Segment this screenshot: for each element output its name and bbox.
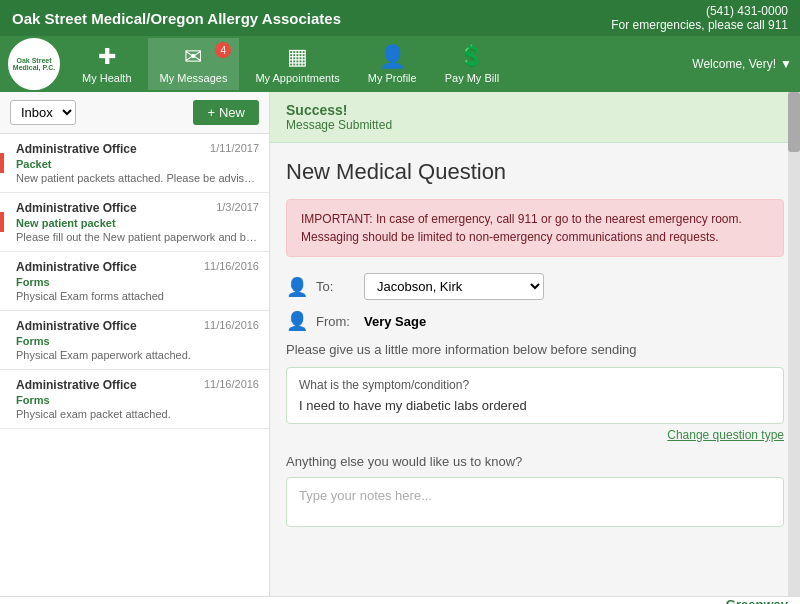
list-item[interactable]: Administrative Office 11/16/2016 Forms P…	[0, 311, 269, 370]
phone-number: (541) 431-0000	[611, 4, 788, 18]
message-subject: New patient packet	[16, 217, 259, 229]
message-date: 11/16/2016	[204, 260, 259, 274]
message-date: 1/11/2017	[210, 142, 259, 156]
header-top: Oak Street Medical/Oregon Allergy Associ…	[0, 0, 800, 36]
inbox-select[interactable]: Inbox	[10, 100, 76, 125]
to-label: To:	[316, 279, 356, 294]
question-label: What is the symptom/condition?	[299, 378, 771, 392]
list-item[interactable]: Administrative Office 11/16/2016 Forms P…	[0, 252, 269, 311]
logo: Oak Street Medical, P.C.	[8, 38, 60, 90]
nav-my-profile[interactable]: 👤 My Profile	[356, 38, 429, 90]
contact-info: (541) 431-0000 For emergencies, please c…	[611, 4, 788, 32]
notes-box[interactable]: Type your notes here...	[286, 477, 784, 527]
plus-icon: +	[207, 105, 215, 120]
info-prompt: Please give us a little more information…	[286, 342, 784, 357]
nav-my-appointments[interactable]: ▦ My Appointments	[243, 38, 351, 90]
my-appointments-icon: ▦	[287, 44, 308, 70]
question-box: What is the symptom/condition?	[286, 367, 784, 424]
message-sender: Administrative Office	[16, 201, 137, 215]
notes-placeholder: Type your notes here...	[299, 488, 432, 503]
success-title: Success!	[286, 102, 784, 118]
unread-indicator	[0, 212, 4, 232]
main-layout: Inbox + New Administrative Office 1/11/2…	[0, 92, 800, 596]
new-message-button[interactable]: + New	[193, 100, 259, 125]
message-sender: Administrative Office	[16, 378, 137, 392]
welcome-text: Welcome, Very!	[692, 57, 776, 71]
list-item[interactable]: Administrative Office 1/11/2017 Packet N…	[0, 134, 269, 193]
message-subject: Forms	[16, 276, 259, 288]
unread-indicator	[0, 153, 4, 173]
nav-my-profile-label: My Profile	[368, 72, 417, 84]
from-person-icon: 👤	[286, 310, 308, 332]
message-date: 11/16/2016	[204, 378, 259, 392]
change-question-type-link[interactable]: Change question type	[286, 428, 784, 442]
my-messages-icon: ✉	[184, 44, 202, 70]
success-subtitle: Message Submitted	[286, 118, 784, 132]
content-area: Success! Message Submitted New Medical Q…	[270, 92, 800, 596]
sidebar-header: Inbox + New	[0, 92, 269, 134]
to-person-icon: 👤	[286, 276, 308, 298]
header-nav: Oak Street Medical, P.C. ✚ My Health ✉ 4…	[0, 36, 800, 92]
nav-my-health-label: My Health	[82, 72, 132, 84]
message-subject: Forms	[16, 335, 259, 347]
alert-box: IMPORTANT: In case of emergency, call 91…	[286, 199, 784, 257]
message-date: 1/3/2017	[216, 201, 259, 215]
dropdown-icon: ▼	[780, 57, 792, 71]
my-profile-icon: 👤	[379, 44, 406, 70]
list-item[interactable]: Administrative Office 1/3/2017 New patie…	[0, 193, 269, 252]
nav-my-health[interactable]: ✚ My Health	[70, 38, 144, 90]
from-row: 👤 From: Very Sage	[286, 310, 784, 332]
new-button-label: New	[219, 105, 245, 120]
question-input[interactable]	[299, 398, 771, 413]
message-preview: Physical Exam forms attached	[16, 290, 259, 302]
nav-pay-my-bill[interactable]: 💲 Pay My Bill	[433, 38, 511, 90]
footer-right: ✿ GreenwayHealth.	[710, 597, 788, 605]
pay-my-bill-icon: 💲	[458, 44, 485, 70]
footer: © 2017 Greenway Health, LLC. All rights …	[0, 596, 800, 604]
clinic-name: Oak Street Medical/Oregon Allergy Associ…	[12, 10, 341, 27]
scrollbar-track[interactable]	[788, 92, 800, 596]
from-value: Very Sage	[364, 314, 426, 329]
content-body: New Medical Question IMPORTANT: In case …	[270, 143, 800, 543]
anything-label: Anything else you would like us to know?	[286, 454, 784, 469]
list-item[interactable]: Administrative Office 11/16/2016 Forms P…	[0, 370, 269, 429]
to-row: 👤 To: Jacobson, Kirk	[286, 273, 784, 300]
message-date: 11/16/2016	[204, 319, 259, 333]
page-title: New Medical Question	[286, 159, 784, 185]
message-sender: Administrative Office	[16, 142, 137, 156]
nav-my-messages[interactable]: ✉ 4 My Messages	[148, 38, 240, 90]
nav-my-messages-label: My Messages	[160, 72, 228, 84]
message-preview: Please fill out the New patient paperwor…	[16, 231, 259, 243]
message-preview: Physical Exam paperwork attached.	[16, 349, 259, 361]
nav-pay-my-bill-label: Pay My Bill	[445, 72, 499, 84]
message-subject: Packet	[16, 158, 259, 170]
message-subject: Forms	[16, 394, 259, 406]
message-sender: Administrative Office	[16, 260, 137, 274]
message-preview: New patient packets attached. Please be …	[16, 172, 259, 184]
to-select[interactable]: Jacobson, Kirk	[364, 273, 544, 300]
brand-name: GreenwayHealth.	[726, 597, 788, 605]
my-health-icon: ✚	[98, 44, 116, 70]
nav-my-appointments-label: My Appointments	[255, 72, 339, 84]
message-sender: Administrative Office	[16, 319, 137, 333]
message-preview: Physical exam packet attached.	[16, 408, 259, 420]
sidebar: Inbox + New Administrative Office 1/11/2…	[0, 92, 270, 596]
welcome-area[interactable]: Welcome, Very! ▼	[692, 57, 792, 71]
scrollbar-thumb[interactable]	[788, 92, 800, 152]
messages-badge: 4	[215, 42, 231, 58]
emergency-text: For emergencies, please call 911	[611, 18, 788, 32]
nav-items: ✚ My Health ✉ 4 My Messages ▦ My Appoint…	[70, 38, 692, 90]
from-label: From:	[316, 314, 356, 329]
message-list: Administrative Office 1/11/2017 Packet N…	[0, 134, 269, 596]
success-banner: Success! Message Submitted	[270, 92, 800, 143]
